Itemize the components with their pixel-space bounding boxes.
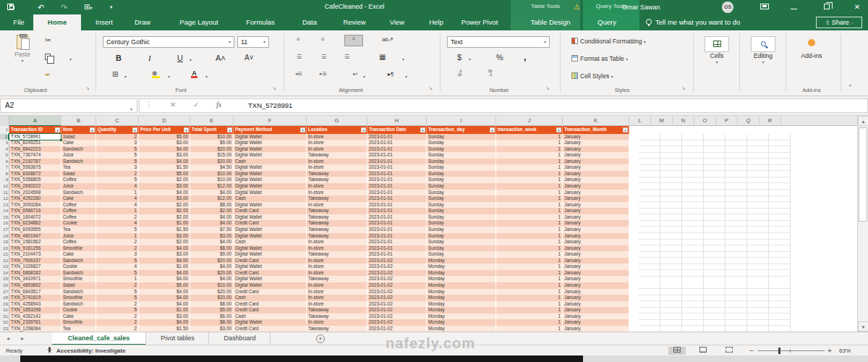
row-header-29[interactable]: 29	[0, 301, 9, 308]
addins-button[interactable]: Add-ins	[790, 39, 833, 59]
cell[interactable]: January	[563, 202, 629, 209]
column-header-J[interactable]: J	[496, 116, 563, 126]
text-direction-dropdown[interactable]: ▾	[405, 74, 407, 79]
cell[interactable]: 2023-01-02	[367, 270, 427, 277]
cell[interactable]: 2023-01-02	[367, 307, 427, 313]
sheet-next-icon[interactable]: ▸	[16, 332, 29, 345]
cell[interactable]: Digital Wallet	[234, 245, 307, 252]
cell[interactable]: In-store	[307, 289, 367, 295]
cell[interactable]: In-store	[307, 301, 367, 308]
decrease-decimal-icon[interactable]: .00→.0	[486, 70, 492, 77]
cell[interactable]: Cash	[234, 159, 307, 165]
column-header-Q[interactable]: Q	[738, 116, 760, 126]
align-middle-icon[interactable]: ≡	[321, 36, 325, 43]
cell[interactable]: Credit Card	[234, 301, 307, 308]
cell[interactable]: In-store	[307, 319, 367, 326]
cell[interactable]: In-store	[307, 202, 367, 209]
cell[interactable]: January	[563, 270, 629, 277]
cell[interactable]: $6.00	[190, 313, 234, 320]
cell[interactable]: 1	[496, 282, 563, 289]
cell[interactable]: 2023-01-02	[367, 295, 427, 301]
cell[interactable]: In-store	[307, 164, 367, 171]
cell[interactable]: In-store	[307, 282, 367, 289]
cell[interactable]: January	[563, 326, 629, 332]
cell[interactable]: $1.00	[139, 220, 190, 227]
cell[interactable]: Sandwich	[61, 190, 96, 196]
cell[interactable]: TXN_4893692	[9, 282, 61, 289]
cell[interactable]: Monday	[427, 326, 496, 332]
cell[interactable]: Sandwich	[61, 159, 96, 165]
cell[interactable]: TXN_6566716	[9, 208, 61, 214]
account-name[interactable]: Omar Sawan	[622, 4, 660, 11]
cell[interactable]: 2	[96, 245, 139, 252]
cancel-icon[interactable]: ✕	[170, 101, 176, 109]
cell[interactable]: January	[563, 233, 629, 240]
row-header-16[interactable]: 16	[0, 220, 9, 227]
cell[interactable]: TXN_6868182	[9, 270, 61, 277]
cell[interactable]: January	[563, 152, 629, 159]
normal-view-icon[interactable]	[668, 347, 686, 355]
table-header-transaction-date[interactable]: Transaction Date▾	[367, 126, 427, 134]
column-header-M[interactable]: M	[651, 116, 673, 126]
cell[interactable]: $4.00	[139, 258, 190, 264]
table-body[interactable]: TXN_5728991Salad2$5.00$10.00Digital Wall…	[9, 134, 629, 332]
cell[interactable]: 1	[496, 159, 563, 165]
currency-icon[interactable]: $	[457, 53, 461, 62]
table-header-transaction-month[interactable]: Transaction_Month▾	[563, 126, 629, 134]
cell[interactable]: 5	[96, 258, 139, 264]
cell[interactable]: Sunday	[427, 177, 496, 183]
cell[interactable]: 2023-01-01	[367, 239, 427, 245]
cell[interactable]: 2023-01-02	[367, 301, 427, 308]
qat-customize-icon[interactable]: ▾	[110, 2, 113, 12]
cell[interactable]: TXN_4292280	[9, 195, 61, 202]
column-header-A[interactable]: A	[9, 116, 61, 126]
cell[interactable]: Sunday	[427, 239, 496, 245]
cell[interactable]: TXN_2192787	[9, 159, 61, 165]
cell[interactable]: $1.00	[139, 307, 190, 313]
row-header-4[interactable]: 4	[0, 146, 9, 153]
column-header-H[interactable]: H	[367, 116, 427, 126]
zoom-slider-thumb[interactable]	[778, 348, 780, 354]
increase-font-button[interactable]: A˄	[216, 54, 226, 62]
row-header-17[interactable]: 17	[0, 227, 9, 233]
cell[interactable]: TXN_5563675	[9, 164, 61, 171]
table-header-transaction-day[interactable]: Transaction_day▾	[427, 126, 496, 134]
underline-dropdown[interactable]: ▾	[190, 57, 192, 62]
cell[interactable]: 1	[496, 326, 563, 332]
cell[interactable]: Sunday	[427, 152, 496, 159]
cell[interactable]: Smoothie	[61, 319, 96, 326]
cell[interactable]: 4	[96, 195, 139, 202]
cell[interactable]: January	[563, 227, 629, 233]
row-header-22[interactable]: 22	[0, 258, 9, 264]
cell[interactable]: $3.00	[190, 233, 234, 240]
cell[interactable]: January	[563, 289, 629, 295]
cell[interactable]: $1.50	[139, 326, 190, 332]
cell[interactable]: Takeaway	[307, 177, 367, 183]
cell[interactable]: $10.00	[190, 282, 234, 289]
cell[interactable]: January	[563, 183, 629, 190]
formula-input-area[interactable]: ⋮ ✕ ✓ fx TXN_5728991	[139, 98, 868, 113]
cell[interactable]: January	[563, 307, 629, 313]
column-header-F[interactable]: F	[234, 116, 307, 126]
cell[interactable]: 2023-01-01	[367, 245, 427, 252]
cell[interactable]: Monday	[427, 258, 496, 264]
row-header-9[interactable]: 9	[0, 177, 9, 183]
cell[interactable]: Salad	[61, 134, 96, 140]
cell[interactable]: Cake	[61, 140, 96, 146]
column-header-R[interactable]: R	[760, 116, 781, 126]
cell[interactable]: 3	[96, 251, 139, 258]
column-header-L[interactable]: L	[629, 116, 651, 126]
cell[interactable]: 3	[96, 140, 139, 146]
cell[interactable]: $4.00	[190, 190, 234, 196]
cell[interactable]: January	[563, 195, 629, 202]
cell[interactable]: 2023-01-01	[367, 152, 427, 159]
cell[interactable]: Sunday	[427, 134, 496, 140]
number-format-combobox[interactable]: Text▾	[447, 36, 550, 48]
cell[interactable]: 1	[96, 276, 139, 282]
cell[interactable]: January	[563, 146, 629, 153]
cell[interactable]: Sandwich	[61, 301, 96, 308]
cell[interactable]: TXN_6843517	[9, 289, 61, 295]
cell[interactable]: $3.00	[139, 183, 190, 190]
borders-dropdown[interactable]: ▾	[124, 74, 127, 79]
cell[interactable]: Tea	[61, 164, 96, 171]
